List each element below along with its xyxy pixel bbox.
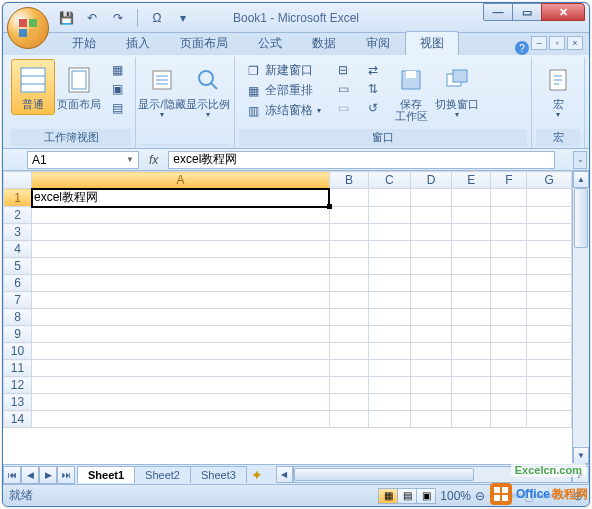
cell[interactable] xyxy=(368,275,410,292)
cell[interactable] xyxy=(32,326,330,343)
hide-button[interactable]: ▭ xyxy=(331,80,355,98)
cell[interactable] xyxy=(527,292,572,309)
cell[interactable] xyxy=(410,377,452,394)
col-header-g[interactable]: G xyxy=(527,172,572,189)
sheet-first-button[interactable]: ⏮ xyxy=(3,466,21,484)
cell[interactable] xyxy=(329,360,368,377)
cell[interactable] xyxy=(527,377,572,394)
compare-button[interactable]: ⇄ xyxy=(361,61,385,79)
help-icon[interactable]: ? xyxy=(515,41,529,55)
vertical-scrollbar[interactable]: ▲ ▼ xyxy=(572,171,589,464)
new-window-button[interactable]: ❒新建窗口 xyxy=(241,61,325,80)
cell[interactable] xyxy=(410,343,452,360)
cell[interactable] xyxy=(527,241,572,258)
cell[interactable] xyxy=(410,275,452,292)
cell[interactable] xyxy=(329,343,368,360)
cell[interactable] xyxy=(410,411,452,428)
col-header-f[interactable]: F xyxy=(491,172,527,189)
arrange-all-button[interactable]: ▦全部重排 xyxy=(241,81,325,100)
minimize-button[interactable]: — xyxy=(483,3,513,21)
cell[interactable] xyxy=(527,360,572,377)
cell[interactable] xyxy=(452,360,491,377)
cell[interactable] xyxy=(452,309,491,326)
cell[interactable] xyxy=(527,326,572,343)
cell[interactable] xyxy=(368,207,410,224)
cell[interactable] xyxy=(410,360,452,377)
layout-mode-button[interactable]: ▤ xyxy=(397,488,417,504)
hscroll-thumb[interactable] xyxy=(294,468,474,481)
maximize-button[interactable]: ▭ xyxy=(512,3,542,21)
cell[interactable] xyxy=(491,207,527,224)
cell[interactable] xyxy=(452,224,491,241)
cell[interactable] xyxy=(32,241,330,258)
col-header-d[interactable]: D xyxy=(410,172,452,189)
cell[interactable] xyxy=(491,343,527,360)
cell[interactable] xyxy=(491,377,527,394)
col-header-e[interactable]: E xyxy=(452,172,491,189)
cell[interactable] xyxy=(329,394,368,411)
mdi-restore[interactable]: ▫ xyxy=(549,36,565,50)
cell[interactable] xyxy=(491,189,527,207)
cell[interactable] xyxy=(452,207,491,224)
cell[interactable] xyxy=(329,224,368,241)
row-header-6[interactable]: 6 xyxy=(4,275,32,292)
sheet-prev-button[interactable]: ◀ xyxy=(21,466,39,484)
cell[interactable] xyxy=(368,377,410,394)
formula-bar[interactable]: excel教程网 xyxy=(168,151,555,169)
normal-view-button[interactable]: 普通 xyxy=(11,59,55,115)
grid[interactable]: A B C D E F G 1excel教程网 2 3 4 5 6 7 8 9 … xyxy=(3,171,572,464)
name-box[interactable]: A1 ▼ xyxy=(27,151,139,169)
cell[interactable] xyxy=(329,377,368,394)
cell[interactable] xyxy=(491,411,527,428)
cell[interactable] xyxy=(329,411,368,428)
misc-view-button[interactable]: ▤ xyxy=(105,99,129,117)
row-header-13[interactable]: 13 xyxy=(4,394,32,411)
sheet-last-button[interactable]: ⏭ xyxy=(57,466,75,484)
sync-scroll-button[interactable]: ⇅ xyxy=(361,80,385,98)
cell[interactable] xyxy=(32,258,330,275)
cell[interactable] xyxy=(32,377,330,394)
cell[interactable] xyxy=(452,189,491,207)
cell[interactable] xyxy=(452,377,491,394)
show-hide-button[interactable]: 显示/隐藏 ▾ xyxy=(140,59,184,124)
col-header-b[interactable]: B xyxy=(329,172,368,189)
tab-page-layout[interactable]: 页面布局 xyxy=(165,31,243,55)
cell[interactable] xyxy=(368,309,410,326)
cell[interactable] xyxy=(491,326,527,343)
cell[interactable] xyxy=(527,258,572,275)
custom-view-button[interactable]: ▦ xyxy=(105,61,129,79)
scroll-thumb[interactable] xyxy=(574,188,588,248)
cell[interactable] xyxy=(329,189,368,207)
cell[interactable] xyxy=(410,326,452,343)
tab-data[interactable]: 数据 xyxy=(297,31,351,55)
cell[interactable] xyxy=(491,394,527,411)
freeze-panes-button[interactable]: ▥冻结窗格▾ xyxy=(241,101,325,120)
cell[interactable] xyxy=(410,189,452,207)
mdi-close[interactable]: × xyxy=(567,36,583,50)
undo-icon[interactable]: ↶ xyxy=(83,9,101,27)
cell[interactable] xyxy=(491,224,527,241)
cell[interactable] xyxy=(329,207,368,224)
row-header-10[interactable]: 10 xyxy=(4,343,32,360)
row-header-3[interactable]: 3 xyxy=(4,224,32,241)
sheet-tab-3[interactable]: Sheet3 xyxy=(190,466,247,483)
row-header-8[interactable]: 8 xyxy=(4,309,32,326)
cell[interactable] xyxy=(32,309,330,326)
cell[interactable] xyxy=(527,275,572,292)
cell[interactable] xyxy=(527,394,572,411)
cell[interactable] xyxy=(491,292,527,309)
scroll-track[interactable] xyxy=(573,188,589,447)
cell[interactable] xyxy=(32,411,330,428)
cell[interactable] xyxy=(491,309,527,326)
cell[interactable] xyxy=(527,224,572,241)
cell[interactable] xyxy=(527,411,572,428)
cell[interactable] xyxy=(32,343,330,360)
cell[interactable] xyxy=(452,241,491,258)
cell[interactable] xyxy=(368,224,410,241)
row-header-7[interactable]: 7 xyxy=(4,292,32,309)
cell[interactable] xyxy=(491,241,527,258)
split-button[interactable]: ⊟ xyxy=(331,61,355,79)
row-header-5[interactable]: 5 xyxy=(4,258,32,275)
cell[interactable] xyxy=(329,258,368,275)
zoom-out-button[interactable]: ⊖ xyxy=(475,489,485,503)
